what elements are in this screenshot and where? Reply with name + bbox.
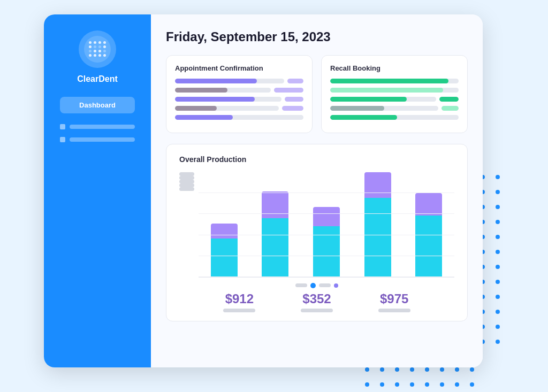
app-window: ClearDent Dashboard Friday, September 15… (44, 14, 483, 367)
nav-dot-1[interactable] (295, 283, 307, 287)
recall-track-4 (330, 106, 438, 111)
recall-track-3 (330, 97, 436, 102)
sidebar: ClearDent Dashboard (44, 14, 151, 367)
bar-bottom-1 (211, 239, 238, 277)
recall-track-2 (330, 88, 459, 93)
recall-bar-4 (330, 106, 459, 111)
recall-bar-3 (330, 97, 459, 102)
bar-top-4 (364, 172, 391, 198)
dashboard-button[interactable]: Dashboard (60, 97, 135, 113)
y-label-1 (179, 172, 194, 176)
nav-dot-3[interactable] (319, 283, 331, 287)
bar-top-1 (211, 224, 238, 239)
bar-top-2 (262, 191, 288, 218)
value-3: $975 (380, 291, 408, 306)
appt-track-1 (175, 79, 284, 83)
cards-row: Appointment Confirmation (166, 55, 468, 133)
appt-end-track-1 (287, 79, 303, 83)
nav-dot-4[interactable] (334, 283, 338, 288)
bar-group-1 (211, 224, 238, 277)
appt-fill-5 (175, 115, 233, 120)
appt-end-fill-4 (282, 106, 303, 111)
value-bar-3 (378, 309, 410, 312)
recall-track-1 (330, 79, 459, 83)
appt-track-5 (175, 115, 303, 120)
bar-top-5 (415, 193, 442, 216)
bar-bottom-2 (262, 218, 288, 277)
dot-grid-bottom: for(let i=0;i<16;i++) document.currentSc… (365, 367, 472, 393)
value-group-2: $352 (301, 291, 333, 312)
value-2: $352 (302, 291, 331, 306)
value-bar-2 (301, 309, 333, 312)
value-group-1: $912 (223, 291, 255, 312)
value-1: $912 (225, 291, 254, 306)
chart-y-labels (179, 172, 194, 195)
bar-bottom-5 (415, 216, 442, 277)
value-group-3: $975 (378, 291, 410, 312)
nav-dot-2[interactable] (310, 283, 316, 288)
appt-bar-5 (175, 115, 303, 120)
appointment-confirmation-card: Appointment Confirmation (166, 55, 313, 133)
appt-fill-3 (175, 97, 255, 102)
recall-bar-5 (330, 115, 459, 120)
recall-track-5 (330, 115, 459, 120)
appt-track-4 (175, 106, 279, 111)
recall-end-track-3 (439, 97, 459, 102)
recall-booking-title: Recall Booking (330, 64, 459, 72)
sidebar-item-2[interactable] (60, 137, 135, 142)
menu-icon-1 (60, 124, 65, 129)
value-bar-1 (223, 309, 255, 312)
appt-fill-4 (175, 106, 217, 111)
chart-footer (179, 283, 454, 288)
appt-end-fill-3 (285, 97, 303, 102)
recall-fill-5 (330, 115, 397, 120)
y-label-3 (179, 180, 194, 183)
appt-bar-3 (175, 97, 303, 102)
recall-end-track-4 (442, 106, 459, 111)
y-label-5 (179, 187, 194, 191)
appt-end-fill-1 (287, 79, 303, 83)
y-label-2 (179, 176, 194, 180)
y-label-4 (179, 183, 194, 187)
appt-end-fill-2 (274, 88, 303, 93)
recall-fill-2 (330, 88, 443, 93)
logo-circle (79, 30, 116, 68)
appt-fill-1 (175, 79, 257, 83)
sidebar-item-1[interactable] (60, 124, 135, 129)
bar-bottom-4 (364, 198, 391, 277)
recall-bar-1 (330, 79, 459, 83)
page-title: Friday, September 15, 2023 (166, 29, 468, 44)
menu-icon-2 (60, 137, 65, 142)
appt-bar-1 (175, 79, 303, 83)
appt-bar-4 (175, 106, 303, 111)
production-title: Overall Production (179, 155, 454, 164)
appt-track-3 (175, 97, 281, 102)
main-content: Friday, September 15, 2023 Appointment C… (151, 14, 483, 367)
production-card: Overall Production (166, 144, 468, 321)
recall-end-fill-4 (442, 106, 459, 111)
bar-group-3 (313, 207, 340, 277)
brand-name: ClearDent (77, 74, 118, 84)
appt-end-track-2 (274, 88, 303, 93)
appt-end-track-3 (285, 97, 303, 102)
bar-top-3 (313, 207, 340, 226)
bar-group-2 (262, 191, 288, 277)
bar-group-4 (364, 172, 391, 277)
appt-bar-2 (175, 88, 303, 93)
recall-fill-1 (330, 79, 448, 83)
bar-group-5 (415, 193, 442, 277)
bar-bottom-3 (313, 226, 340, 277)
chart-bars-wrapper (199, 172, 454, 278)
recall-end-fill-3 (439, 97, 459, 102)
appt-track-2 (175, 88, 271, 93)
recall-fill-4 (330, 106, 384, 111)
appt-fill-2 (175, 88, 227, 93)
recall-fill-3 (330, 97, 407, 102)
menu-bar-1 (70, 125, 135, 129)
values-row: $912 $352 $975 (179, 291, 454, 312)
menu-bar-2 (70, 137, 135, 142)
recall-bar-2 (330, 88, 459, 93)
appointment-confirmation-title: Appointment Confirmation (175, 64, 303, 72)
recall-booking-card: Recall Booking (321, 55, 468, 133)
logo-icon (84, 36, 111, 63)
